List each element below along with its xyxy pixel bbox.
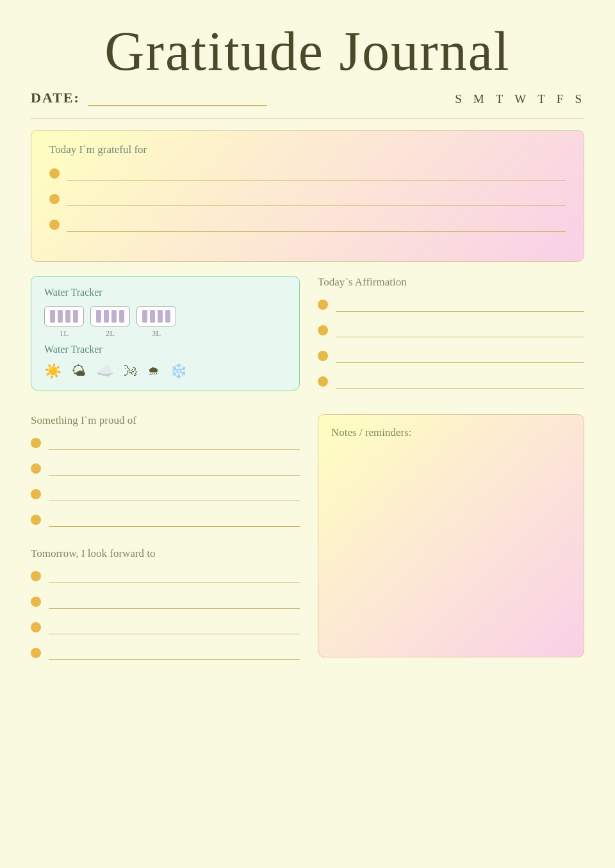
affirmation-input-1[interactable] [336,298,584,312]
header-divider [31,118,584,118]
day-s2: S [575,92,584,106]
water-bar [111,310,117,323]
weather-row: ☀️ 🌤 ☁️ 🌬 🌨 ❄️ [44,363,286,380]
water-bars-1l[interactable] [44,306,84,326]
water-bars-3l[interactable] [136,306,176,326]
water-bar-num-3l: 3L [152,328,161,339]
grateful-line-1 [49,166,566,181]
tomorrow-bullet-1 [31,571,41,581]
affirmation-line-3 [318,349,584,363]
tomorrow-input-3[interactable] [49,620,300,634]
notes-title: Notes / reminders: [331,426,571,439]
water-bar [96,310,101,323]
tomorrow-line-4 [31,646,300,660]
tomorrow-input-4[interactable] [49,646,300,660]
proud-input-4[interactable] [49,513,300,527]
proud-col: Something I`m proud of Tomorrow, I look … [31,414,300,671]
cloudy-icon[interactable]: ☁️ [96,363,113,380]
grateful-input-3[interactable] [67,218,566,232]
water-bar-row: 1L 2L [44,306,286,339]
water-bar [119,310,124,323]
sun-icon[interactable]: ☀️ [44,363,62,380]
date-label: DATE: [31,90,80,106]
affirmation-bullet-1 [318,300,328,310]
days-row: S M T W T F S [455,92,584,106]
grateful-input-2[interactable] [67,192,566,206]
affirmation-input-2[interactable] [336,323,584,337]
water-bar [58,310,63,323]
day-f: F [557,92,566,106]
proud-input-3[interactable] [49,487,300,501]
affirmation-input-4[interactable] [336,374,584,389]
water-tracker-label-2: Water Tracker [44,344,286,355]
tomorrow-bullet-4 [31,648,41,658]
affirmation-input-3[interactable] [336,349,584,363]
proud-bullet-3 [31,489,41,499]
water-tracker-label: Water Tracker [44,287,286,298]
water-bar [50,310,55,323]
affirmation-line-4 [318,374,584,389]
water-tracker-col: Water Tracker 1L [31,276,300,400]
water-bar-num-2l: 2L [106,328,115,339]
proud-line-2 [31,462,300,476]
day-w: W [514,92,529,106]
affirmation-bullet-2 [318,325,328,335]
grateful-section: Today I`m grateful for [31,130,584,262]
proud-notes-row: Something I`m proud of Tomorrow, I look … [31,414,584,671]
water-bar [142,310,147,323]
proud-bullet-4 [31,515,41,525]
water-bar-num-1l: 1L [60,328,69,339]
tomorrow-input-1[interactable] [49,569,300,583]
water-group-1l: 1L [44,306,84,339]
water-group-2l: 2L [90,306,130,339]
water-bar [165,310,170,323]
notes-col: Notes / reminders: [318,414,584,671]
water-tracker-box: Water Tracker 1L [31,276,300,390]
tomorrow-section: Tomorrow, I look forward to [31,547,300,660]
proud-label: Something I`m proud of [31,414,300,427]
tomorrow-line-1 [31,569,300,583]
water-group-3l: 3L [136,306,176,339]
day-t1: T [496,92,506,106]
tomorrow-line-2 [31,595,300,609]
affirmation-bullet-3 [318,351,328,361]
affirmation-bullet-4 [318,376,328,387]
water-bar [150,310,155,323]
water-affirmation-row: Water Tracker 1L [31,276,584,400]
bullet-3 [49,220,60,230]
bullet-2 [49,194,60,204]
grateful-label: Today I`m grateful for [49,143,566,156]
day-s1: S [455,92,464,106]
proud-line-3 [31,487,300,501]
date-section: DATE: [31,90,267,106]
header-row: DATE: S M T W T F S [31,90,584,106]
page-title: Gratitude Journal [31,19,584,83]
day-t2: T [537,92,548,106]
notes-box[interactable]: Notes / reminders: [318,414,584,657]
water-bar [158,310,163,323]
partly-cloudy-icon[interactable]: 🌤 [72,363,86,380]
snowflake-icon[interactable]: ❄️ [170,363,187,380]
proud-input-1[interactable] [49,436,300,450]
proud-bullet-1 [31,438,41,448]
tomorrow-label: Tomorrow, I look forward to [31,547,300,560]
affirmation-line-2 [318,323,584,337]
affirmation-label: Today`s Affirmation [318,276,584,289]
windy-icon[interactable]: 🌬 [124,363,138,380]
proud-bullet-2 [31,463,41,474]
date-input-line[interactable] [88,92,267,106]
proud-line-4 [31,513,300,527]
day-m: M [473,92,487,106]
grateful-input-1[interactable] [67,166,566,181]
water-bar [104,310,109,323]
grateful-line-3 [49,218,566,232]
tomorrow-input-2[interactable] [49,595,300,609]
proud-line-1 [31,436,300,450]
water-bar [65,310,70,323]
water-bar [73,310,78,323]
water-bars-2l[interactable] [90,306,130,326]
grateful-line-2 [49,192,566,206]
proud-input-2[interactable] [49,462,300,476]
snow-icon[interactable]: 🌨 [148,365,160,378]
affirmation-col: Today`s Affirmation [318,276,584,400]
